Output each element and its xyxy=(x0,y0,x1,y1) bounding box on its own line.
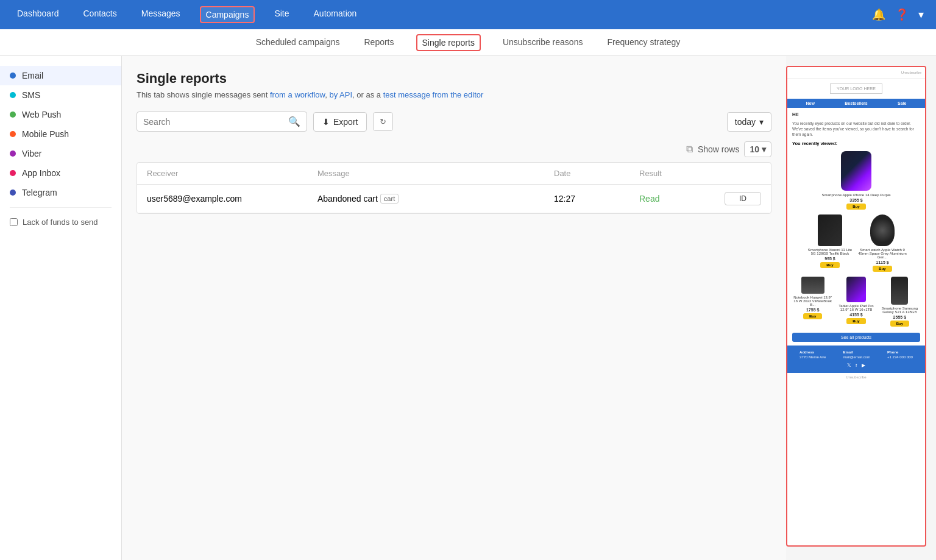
webpush-dot xyxy=(10,112,16,118)
nav-site[interactable]: Site xyxy=(269,6,294,23)
copy-icon[interactable]: ⧉ xyxy=(686,144,693,155)
subnav-single-reports[interactable]: Single reports xyxy=(416,34,481,51)
search-input[interactable] xyxy=(143,117,288,127)
ep-product1-name: Smartphone Apple iPhone 14 Deep Purple xyxy=(821,193,890,197)
ep-footer-email-title: Email xyxy=(843,350,870,354)
ep-main-product: Smartphone Apple iPhone 14 Deep Purple 3… xyxy=(787,149,925,212)
ep-recently-viewed: You recently viewed: xyxy=(787,141,925,149)
sidebar-item-appinbox[interactable]: App Inbox xyxy=(0,163,121,183)
email-preview-panel: Unsubscribe YOUR LOGO HERE New Bestselle… xyxy=(786,66,926,547)
ep-product4-card: Notebook Huawei 13.9" 16 W 2022 \nMateBo… xyxy=(792,277,833,327)
sidebar-item-mobilepush[interactable]: Mobile Push xyxy=(0,124,121,144)
sidebar-item-viber[interactable]: Viber xyxy=(0,144,121,163)
ep-watch-image xyxy=(870,214,895,246)
ep-footer-phone-title: Phone xyxy=(887,350,913,354)
row-receiver: user5689@example.com xyxy=(147,194,317,204)
ep-unsubscribe-top: Unsubscribe xyxy=(787,67,925,79)
date-label: today xyxy=(735,117,756,127)
ep-see-all[interactable]: See all products xyxy=(792,333,920,342)
ep-product4-name: Notebook Huawei 13.9" 16 W 2022 \nMateBo… xyxy=(792,296,833,307)
export-label: Export xyxy=(333,117,358,127)
help-icon[interactable]: ❓ xyxy=(895,8,909,21)
refresh-icon: ↻ xyxy=(380,117,386,126)
subnav-reports[interactable]: Reports xyxy=(361,32,396,53)
main-layout: Email SMS Web Push Mobile Push Viber App… xyxy=(0,56,936,560)
lack-of-funds-checkbox-row[interactable]: Lack of funds to send xyxy=(0,213,121,232)
nav-campaigns[interactable]: Campaigns xyxy=(200,6,255,23)
ep-body-text: You recently eyed products on our websit… xyxy=(787,121,925,141)
subnav-frequency[interactable]: Frequency strategy xyxy=(604,32,682,53)
reports-table: Receiver Message Date Result user5689@ex… xyxy=(136,162,771,214)
ep-product2-name: Smartphone Xiaomi 13 Lite 5G 128GB Traff… xyxy=(806,248,854,255)
subtitle-link-workflow[interactable]: from a workflow xyxy=(270,90,325,99)
export-button[interactable]: ⬇ Export xyxy=(313,112,367,132)
ep-product1-buy[interactable]: Buy xyxy=(846,204,865,210)
profile-chevron[interactable]: ▾ xyxy=(918,8,924,21)
search-box[interactable]: 🔍 xyxy=(136,112,307,132)
ep-product3-buy[interactable]: Buy xyxy=(873,266,892,272)
nav-automation[interactable]: Automation xyxy=(309,6,362,23)
toolbar-right: today ▾ xyxy=(727,112,771,132)
telegram-dot xyxy=(10,190,16,196)
sidebar-item-webpush[interactable]: Web Push xyxy=(0,105,121,124)
subtitle-link-api[interactable]: by API xyxy=(329,90,352,99)
subnav-scheduled[interactable]: Scheduled campaigns xyxy=(254,32,342,53)
youtube-icon[interactable]: ▶ xyxy=(862,363,865,368)
ep-product6-buy[interactable]: Buy xyxy=(890,321,909,327)
row-message-text: Abandoned cart xyxy=(317,194,378,204)
ep-unsubscribe-footer[interactable]: Unsubscribe xyxy=(787,373,925,381)
col-action xyxy=(725,169,761,178)
nav-dashboard[interactable]: Dashboard xyxy=(12,6,64,23)
col-receiver: Receiver xyxy=(147,169,317,178)
ep-tablet-image xyxy=(818,214,842,246)
ep-product5-buy[interactable]: Buy xyxy=(846,318,865,324)
ep-product3-name: Smart watch Apple Watch 9 45mm Space Gre… xyxy=(858,248,907,259)
sidebar-item-email[interactable]: Email xyxy=(0,66,121,85)
facebook-icon[interactable]: f xyxy=(856,363,857,368)
ep-ipad-image xyxy=(846,277,866,302)
date-selector[interactable]: today ▾ xyxy=(727,112,771,132)
ep-footer-address: Address 3770 Meme Ave xyxy=(800,350,826,359)
bell-icon[interactable]: 🔔 xyxy=(872,8,885,21)
subnav-unsubscribe[interactable]: Unsubscribe reasons xyxy=(500,32,586,53)
nav-contacts[interactable]: Contacts xyxy=(79,6,122,23)
ep-product2-card: Smartphone Xiaomi 13 Lite 5G 128GB Traff… xyxy=(806,214,854,272)
sidebar-label-viber: Viber xyxy=(22,149,41,158)
ep-greeting: Hi! xyxy=(787,108,925,121)
show-rows-bar: ⧉ Show rows 10 ▾ xyxy=(136,141,771,157)
ep-product6-card: Smartphone Samsung Galaxy S21 A 128GB 25… xyxy=(879,277,920,327)
show-rows-label: Show rows xyxy=(698,144,739,154)
nav-messages[interactable]: Messages xyxy=(136,6,185,23)
sidebar-label-telegram: Telegram xyxy=(22,188,57,197)
sidebar-label-appinbox: App Inbox xyxy=(22,168,60,178)
row-id-button[interactable]: ID xyxy=(725,192,761,205)
ep-product2-price: 995 $ xyxy=(824,257,835,261)
col-date: Date xyxy=(554,169,639,178)
subtitle-link-test[interactable]: test message from the editor xyxy=(383,90,484,99)
ep-product5-name: Tablet Apple iPad Pro 12.9" 16 W 16+1TB xyxy=(835,304,876,311)
rows-select[interactable]: 10 ▾ xyxy=(744,141,771,157)
main-content: Single reports This tab shows single mes… xyxy=(122,56,786,560)
row-message: Abandoned cart cart xyxy=(317,194,554,204)
lack-of-funds-checkbox[interactable] xyxy=(10,218,18,226)
mobilepush-dot xyxy=(10,131,16,137)
sidebar: Email SMS Web Push Mobile Push Viber App… xyxy=(0,56,122,560)
ep-product2-buy[interactable]: Buy xyxy=(820,262,839,268)
top-nav-right: 🔔 ❓ ▾ xyxy=(872,8,924,21)
twitter-icon[interactable]: 𝕏 xyxy=(847,363,851,368)
ep-logo-area: YOUR LOGO HERE xyxy=(787,79,925,99)
ep-footer-email: Email mail@email.com xyxy=(843,350,870,359)
sidebar-item-telegram[interactable]: Telegram xyxy=(0,183,121,202)
ep-product4-buy[interactable]: Buy xyxy=(803,313,822,319)
ep-samsung-image xyxy=(891,277,908,305)
page-subtitle: This tab shows single messages sent from… xyxy=(136,90,771,99)
sidebar-label-webpush: Web Push xyxy=(22,110,61,119)
ep-product3-card: Smart watch Apple Watch 9 45mm Space Gre… xyxy=(858,214,907,272)
refresh-button[interactable]: ↻ xyxy=(373,112,393,131)
sidebar-item-sms[interactable]: SMS xyxy=(0,85,121,105)
table-header: Receiver Message Date Result xyxy=(137,163,771,185)
lack-of-funds-label: Lack of funds to send xyxy=(23,218,98,227)
ep-product5-card: Tablet Apple iPad Pro 12.9" 16 W 16+1TB … xyxy=(835,277,876,327)
table-row[interactable]: user5689@example.com Abandoned cart cart… xyxy=(137,185,771,213)
ep-footer-address-title: Address xyxy=(800,350,826,354)
